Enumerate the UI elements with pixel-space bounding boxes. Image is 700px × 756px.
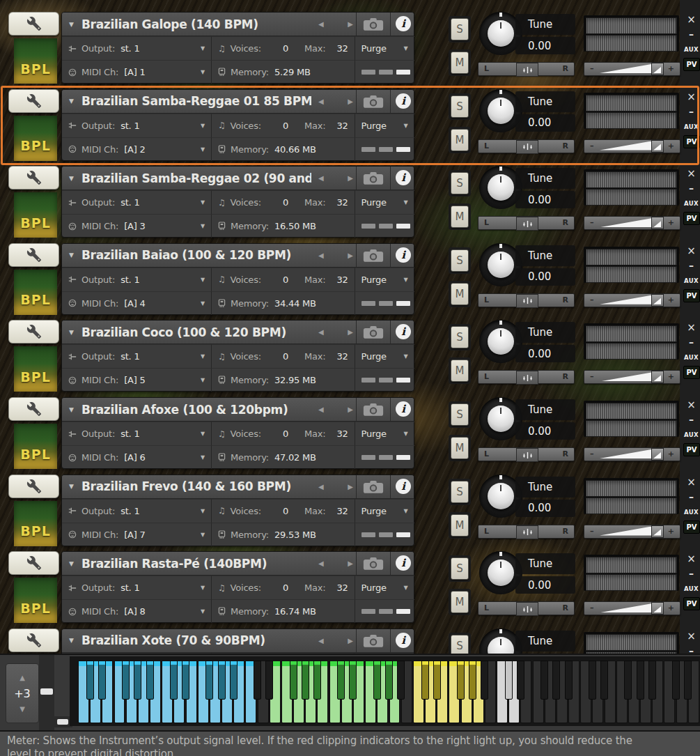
solo-button[interactable]: S xyxy=(451,172,469,194)
collapse-caret-icon[interactable]: ▼ xyxy=(69,560,74,567)
mute-button[interactable]: M xyxy=(451,129,469,151)
mute-button[interactable]: M xyxy=(451,514,469,537)
output-dropdown-caret[interactable]: ▼ xyxy=(201,508,205,514)
volume-handle[interactable] xyxy=(651,294,664,307)
solo-button[interactable]: S xyxy=(451,481,469,503)
pan-slider[interactable]: L R xyxy=(478,447,575,461)
midi-channel-value[interactable]: [A] 5 xyxy=(124,375,145,385)
wrench-edit-button[interactable] xyxy=(8,243,59,267)
info-button[interactable]: i xyxy=(396,324,411,339)
next-instrument-arrow[interactable]: ▶ xyxy=(348,174,353,182)
piano-key-black[interactable] xyxy=(624,661,632,700)
piano-key-black[interactable] xyxy=(313,661,321,700)
pan-slider[interactable]: L R xyxy=(478,139,575,153)
tune-value[interactable]: 0.00 xyxy=(515,576,575,594)
pv-button[interactable]: PV xyxy=(683,520,700,534)
mute-button[interactable]: M xyxy=(451,360,469,382)
piano-key-black[interactable] xyxy=(540,661,548,700)
midi-channel-value[interactable]: [A] 7 xyxy=(124,530,145,540)
solo-button[interactable]: S xyxy=(451,18,469,40)
midi-channel-value[interactable]: [A] 3 xyxy=(124,221,145,231)
midi-channel-value[interactable]: [A] 6 xyxy=(124,452,145,463)
minimize-icon[interactable]: – xyxy=(683,491,700,502)
info-button[interactable]: i xyxy=(396,93,411,109)
volume-handle[interactable] xyxy=(651,217,664,229)
instrument-title[interactable]: Brazilian Frevo (140 & 160 BPM) xyxy=(81,479,291,493)
midi-dropdown-caret[interactable]: ▼ xyxy=(201,69,205,75)
midi-dropdown-caret[interactable]: ▼ xyxy=(201,532,205,538)
next-instrument-arrow[interactable]: ▶ xyxy=(348,483,353,491)
close-icon[interactable]: × xyxy=(683,167,700,180)
prev-instrument-arrow[interactable]: ◀ xyxy=(318,20,324,28)
max-voices-value[interactable]: 32 xyxy=(336,429,348,439)
instrument-title[interactable]: Brazilian Baiao (100 & 120 BPM) xyxy=(81,248,291,262)
tune-knob[interactable] xyxy=(488,174,514,201)
solo-button[interactable]: S xyxy=(451,403,469,426)
output-value[interactable]: st. 1 xyxy=(120,43,139,54)
wrench-edit-button[interactable] xyxy=(8,12,59,36)
tune-value[interactable]: 0.00 xyxy=(515,268,575,286)
tune-value[interactable]: 0.00 xyxy=(515,114,575,132)
wrench-edit-button[interactable] xyxy=(8,397,59,421)
snapshot-camera-button[interactable] xyxy=(361,325,387,339)
snapshot-camera-button[interactable] xyxy=(361,95,387,109)
prev-instrument-arrow[interactable]: ◀ xyxy=(318,98,324,105)
snapshot-camera-button[interactable] xyxy=(361,17,387,31)
pan-slider[interactable]: L R xyxy=(478,601,575,615)
close-icon[interactable]: × xyxy=(683,476,700,488)
pan-handle[interactable] xyxy=(516,371,538,385)
snapshot-camera-button[interactable] xyxy=(361,557,387,571)
output-value[interactable]: st. 1 xyxy=(120,197,139,208)
mute-button[interactable]: M xyxy=(451,52,469,74)
max-voices-value[interactable]: 32 xyxy=(336,275,348,285)
next-instrument-arrow[interactable]: ▶ xyxy=(348,98,353,105)
wrench-edit-button[interactable] xyxy=(8,551,59,575)
max-voices-value[interactable]: 32 xyxy=(336,583,348,593)
tune-value[interactable]: 0.00 xyxy=(515,37,575,54)
piano-key-black[interactable] xyxy=(565,661,573,700)
piano-key-black[interactable] xyxy=(637,661,644,700)
output-dropdown-caret[interactable]: ▼ xyxy=(201,199,205,206)
piano-key-black[interactable] xyxy=(254,661,261,700)
piano-key-black[interactable] xyxy=(265,661,273,700)
collapse-caret-icon[interactable]: ▼ xyxy=(69,637,74,644)
prev-instrument-arrow[interactable]: ◀ xyxy=(318,483,324,491)
output-dropdown-caret[interactable]: ▼ xyxy=(201,277,205,283)
max-voices-value[interactable]: 32 xyxy=(336,506,348,516)
pan-slider[interactable]: L R xyxy=(478,62,575,76)
midi-dropdown-caret[interactable]: ▼ xyxy=(201,608,205,615)
collapse-caret-icon[interactable]: ▼ xyxy=(69,98,74,105)
output-value[interactable]: st. 1 xyxy=(120,275,139,285)
prev-instrument-arrow[interactable]: ◀ xyxy=(318,560,324,567)
piano-key-black[interactable] xyxy=(589,661,596,700)
aux-button[interactable]: AUX xyxy=(683,354,700,361)
close-icon[interactable]: × xyxy=(683,321,700,334)
wrench-edit-button[interactable] xyxy=(8,89,59,113)
close-icon[interactable]: × xyxy=(683,399,700,411)
piano-key-black[interactable] xyxy=(457,661,465,700)
minimize-icon[interactable]: – xyxy=(683,645,700,654)
pan-slider[interactable]: L R xyxy=(478,216,575,230)
purge-dropdown-caret[interactable]: ▼ xyxy=(404,431,408,437)
next-instrument-arrow[interactable]: ▶ xyxy=(348,560,353,567)
scrollbar-handle[interactable] xyxy=(40,688,53,695)
midi-dropdown-caret[interactable]: ▼ xyxy=(201,223,205,229)
prev-instrument-arrow[interactable]: ◀ xyxy=(318,328,324,336)
piano-key-black[interactable] xyxy=(481,661,488,700)
snapshot-camera-button[interactable] xyxy=(361,249,387,263)
output-dropdown-caret[interactable]: ▼ xyxy=(201,45,205,52)
pan-slider[interactable]: L R xyxy=(478,293,575,307)
collapse-caret-icon[interactable]: ▼ xyxy=(69,252,74,259)
wrench-edit-button[interactable] xyxy=(8,475,59,498)
piano-key-black[interactable] xyxy=(648,661,656,700)
collapse-caret-icon[interactable]: ▼ xyxy=(69,329,74,336)
output-value[interactable]: st. 1 xyxy=(120,506,139,516)
instrument-title[interactable]: Brazilian Coco (100 & 120 BPM) xyxy=(81,325,286,339)
piano-key-black[interactable] xyxy=(373,661,381,700)
purge-button[interactable]: Purge xyxy=(361,197,387,208)
instrument-title[interactable]: Brazilian Rasta-Pé (140BPM) xyxy=(81,557,267,571)
midi-channel-value[interactable]: [A] 4 xyxy=(124,298,145,309)
midi-dropdown-caret[interactable]: ▼ xyxy=(201,454,205,461)
minimize-icon[interactable]: – xyxy=(683,337,700,348)
volume-slider[interactable]: – + xyxy=(584,62,680,76)
